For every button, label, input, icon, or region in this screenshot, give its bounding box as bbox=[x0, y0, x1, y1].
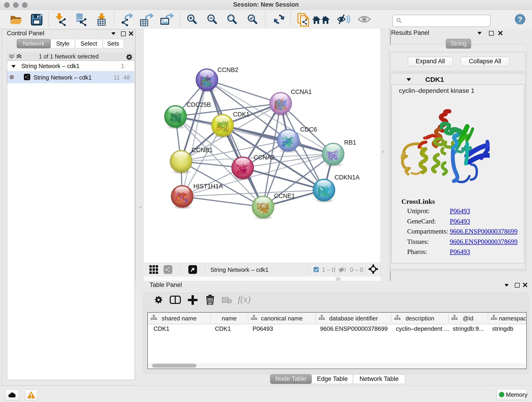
svg-text:CDC6: CDC6 bbox=[300, 126, 317, 133]
svg-text:CCNA2: CCNA2 bbox=[254, 154, 275, 161]
svg-text:HIST1H1A: HIST1H1A bbox=[193, 183, 223, 190]
svg-text:CCNB1: CCNB1 bbox=[192, 147, 213, 153]
svg-text:CCNE1: CCNE1 bbox=[274, 192, 295, 199]
svg-text:RB1: RB1 bbox=[344, 139, 356, 146]
svg-text:CDC25B: CDC25B bbox=[186, 101, 211, 108]
svg-text:CDK1: CDK1 bbox=[233, 111, 249, 118]
svg-text:CCNA1: CCNA1 bbox=[291, 89, 312, 95]
svg-text:CDKN1A: CDKN1A bbox=[335, 174, 360, 181]
svg-text:CCNB2: CCNB2 bbox=[217, 66, 239, 73]
